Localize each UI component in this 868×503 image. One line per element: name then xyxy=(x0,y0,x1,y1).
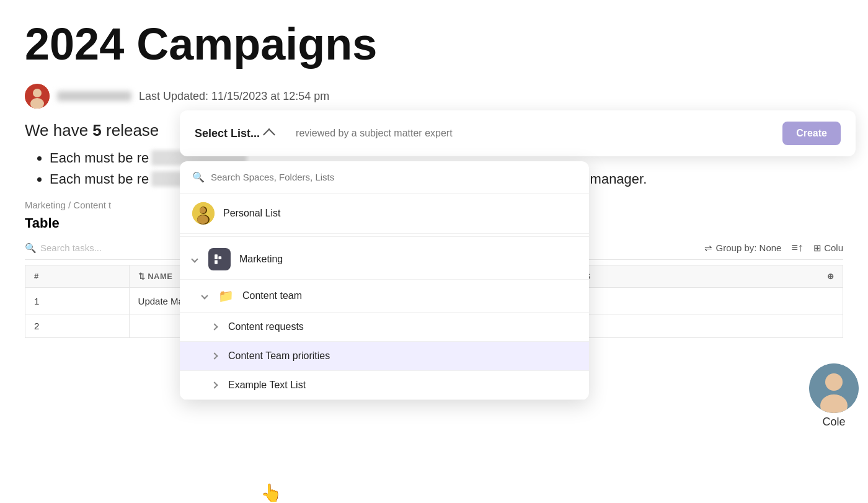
overlay-backdrop: Select List... reviewed by a subject mat… xyxy=(0,0,868,503)
list-item[interactable]: Example Text List xyxy=(180,371,589,400)
list-item[interactable]: 📁 Content team xyxy=(180,280,589,313)
svg-rect-12 xyxy=(218,256,221,259)
chevron-down-icon xyxy=(201,292,208,299)
chevron-right-icon xyxy=(211,381,218,388)
list-item-label: Marketing xyxy=(239,254,283,265)
divider xyxy=(180,236,589,237)
svg-point-10 xyxy=(197,215,208,224)
list-item[interactable]: Personal List xyxy=(180,194,589,234)
list-item[interactable]: Content requests xyxy=(180,313,589,342)
chevron-down-icon xyxy=(191,256,198,262)
marketing-icon xyxy=(208,248,231,270)
select-list-trigger[interactable]: Select List... xyxy=(195,127,273,140)
chevron-up-icon xyxy=(263,128,275,141)
svg-rect-13 xyxy=(215,260,218,264)
chevron-right-icon xyxy=(211,323,218,330)
dropdown-search-icon: 🔍 xyxy=(192,171,205,183)
folder-icon: 📁 xyxy=(218,288,234,303)
list-item-label: Content Team priorities xyxy=(228,350,330,362)
select-list-bar: Select List... reviewed by a subject mat… xyxy=(180,110,856,156)
personal-list-icon xyxy=(192,202,215,225)
list-item-label: Content requests xyxy=(228,321,304,332)
reviewed-text: reviewed by a subject matter expert xyxy=(296,128,770,139)
list-item-label: Content team xyxy=(242,290,302,301)
dropdown-search-area: 🔍 xyxy=(180,161,589,194)
dropdown-panel: 🔍 Personal List xyxy=(180,161,589,400)
create-button[interactable]: Create xyxy=(782,122,841,145)
select-list-label: Select List... xyxy=(195,127,260,140)
list-item[interactable]: Marketing xyxy=(180,239,589,280)
dropdown-list: Personal List Marketing 📁 xyxy=(180,194,589,400)
list-item[interactable]: Content Team priorities xyxy=(180,342,589,371)
chevron-right-icon xyxy=(211,352,218,359)
svg-rect-11 xyxy=(215,254,218,259)
svg-point-9 xyxy=(200,207,206,213)
cursor-hand-icon: 👆 xyxy=(260,483,282,503)
list-item-label: Personal List xyxy=(223,208,281,219)
dropdown-search-input[interactable] xyxy=(211,172,577,182)
list-item-label: Example Text List xyxy=(228,380,306,391)
